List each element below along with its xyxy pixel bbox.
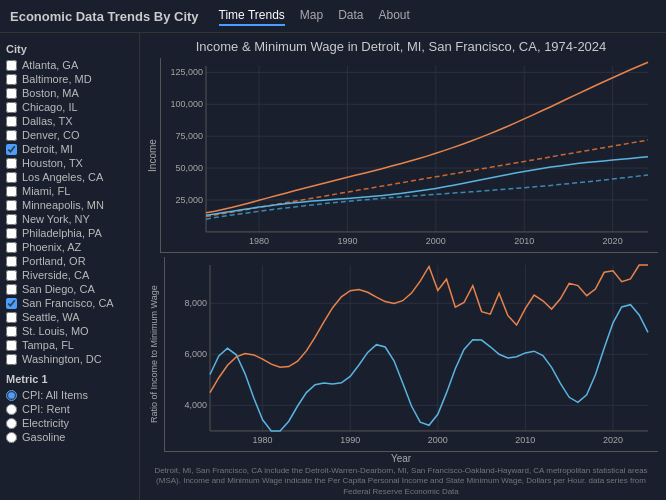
city-label-8: Los Angeles, CA [22, 171, 103, 183]
svg-text:75,000: 75,000 [175, 131, 203, 141]
svg-text:100,000: 100,000 [170, 99, 203, 109]
city-item-5[interactable]: Denver, CO [6, 129, 133, 141]
metric-item-0[interactable]: CPI: All Items [6, 389, 133, 401]
city-checkbox-14[interactable] [6, 256, 17, 267]
metric-item-3[interactable]: Gasoline [6, 431, 133, 443]
chart-footnote: Detroit, MI, San Francisco, CA include t… [144, 466, 658, 497]
city-item-19[interactable]: St. Louis, MO [6, 325, 133, 337]
svg-text:2020: 2020 [603, 236, 623, 246]
city-item-8[interactable]: Los Angeles, CA [6, 171, 133, 183]
metric-radio-3[interactable] [6, 432, 17, 443]
app-header: Economic Data Trends By City Time Trends… [0, 0, 666, 33]
city-item-6[interactable]: Detroit, MI [6, 143, 133, 155]
city-checkbox-18[interactable] [6, 312, 17, 323]
metric-item-2[interactable]: Electricity [6, 417, 133, 429]
metric-item-1[interactable]: CPI: Rent [6, 403, 133, 415]
city-checkbox-11[interactable] [6, 214, 17, 225]
svg-text:2020: 2020 [603, 435, 623, 445]
city-item-15[interactable]: Riverside, CA [6, 269, 133, 281]
city-checkbox-21[interactable] [6, 354, 17, 365]
city-list: Atlanta, GABaltimore, MDBoston, MAChicag… [6, 59, 133, 365]
city-checkbox-2[interactable] [6, 88, 17, 99]
svg-text:125,000: 125,000 [170, 67, 203, 77]
metric-list: CPI: All ItemsCPI: RentElectricityGasoli… [6, 389, 133, 443]
city-item-4[interactable]: Dallas, TX [6, 115, 133, 127]
svg-text:8,000: 8,000 [184, 298, 207, 308]
svg-text:1980: 1980 [249, 236, 269, 246]
city-label-2: Boston, MA [22, 87, 79, 99]
city-item-11[interactable]: New York, NY [6, 213, 133, 225]
city-label-16: San Diego, CA [22, 283, 95, 295]
city-checkbox-15[interactable] [6, 270, 17, 281]
city-item-1[interactable]: Baltimore, MD [6, 73, 133, 85]
city-label-10: Minneapolis, MN [22, 199, 104, 211]
city-checkbox-19[interactable] [6, 326, 17, 337]
svg-text:1990: 1990 [337, 236, 357, 246]
city-checkbox-0[interactable] [6, 60, 17, 71]
city-label-3: Chicago, IL [22, 101, 78, 113]
city-label-4: Dallas, TX [22, 115, 73, 127]
city-checkbox-4[interactable] [6, 116, 17, 127]
nav-data[interactable]: Data [338, 6, 363, 26]
city-label-11: New York, NY [22, 213, 90, 225]
metric-label-2: Electricity [22, 417, 69, 429]
ratio-chart-wrapper: Ratio of Income to Minimum Wage 19801990… [144, 257, 658, 452]
chart-area: Income & Minimum Wage in Detroit, MI, Sa… [140, 33, 666, 500]
city-item-12[interactable]: Philadelphia, PA [6, 227, 133, 239]
svg-text:1990: 1990 [340, 435, 360, 445]
city-checkbox-7[interactable] [6, 158, 17, 169]
city-item-0[interactable]: Atlanta, GA [6, 59, 133, 71]
city-label-0: Atlanta, GA [22, 59, 78, 71]
metric-radio-2[interactable] [6, 418, 17, 429]
x-axis-label: Year [144, 453, 658, 464]
city-item-18[interactable]: Seattle, WA [6, 311, 133, 323]
city-label-19: St. Louis, MO [22, 325, 89, 337]
metric-radio-0[interactable] [6, 390, 17, 401]
city-checkbox-17[interactable] [6, 298, 17, 309]
city-item-10[interactable]: Minneapolis, MN [6, 199, 133, 211]
income-y-label: Income [144, 58, 160, 253]
city-checkbox-9[interactable] [6, 186, 17, 197]
city-checkbox-12[interactable] [6, 228, 17, 239]
svg-text:2010: 2010 [514, 236, 534, 246]
city-item-17[interactable]: San Francisco, CA [6, 297, 133, 309]
city-checkbox-8[interactable] [6, 172, 17, 183]
sidebar: City Atlanta, GABaltimore, MDBoston, MAC… [0, 33, 140, 500]
city-label-5: Denver, CO [22, 129, 79, 141]
svg-text:4,000: 4,000 [184, 400, 207, 410]
city-checkbox-13[interactable] [6, 242, 17, 253]
main-nav: Time Trends Map Data About [219, 6, 410, 26]
city-item-16[interactable]: San Diego, CA [6, 283, 133, 295]
city-item-20[interactable]: Tampa, FL [6, 339, 133, 351]
city-section-label: City [6, 43, 133, 55]
city-label-7: Houston, TX [22, 157, 83, 169]
city-item-9[interactable]: Miami, FL [6, 185, 133, 197]
nav-map[interactable]: Map [300, 6, 323, 26]
city-checkbox-1[interactable] [6, 74, 17, 85]
city-label-14: Portland, OR [22, 255, 86, 267]
city-item-21[interactable]: Washington, DC [6, 353, 133, 365]
city-checkbox-6[interactable] [6, 144, 17, 155]
metric-label-0: CPI: All Items [22, 389, 88, 401]
city-item-7[interactable]: Houston, TX [6, 157, 133, 169]
ratio-chart: 198019902000201020204,0006,0008,000 [164, 257, 658, 452]
city-label-15: Riverside, CA [22, 269, 89, 281]
income-chart: 1980199020002010202025,00050,00075,00010… [160, 58, 658, 253]
ratio-y-label: Ratio of Income to Minimum Wage [144, 257, 164, 452]
city-item-13[interactable]: Phoenix, AZ [6, 241, 133, 253]
main-layout: City Atlanta, GABaltimore, MDBoston, MAC… [0, 33, 666, 500]
city-checkbox-10[interactable] [6, 200, 17, 211]
city-item-14[interactable]: Portland, OR [6, 255, 133, 267]
metric-section-label: Metric 1 [6, 373, 133, 385]
city-checkbox-3[interactable] [6, 102, 17, 113]
city-checkbox-20[interactable] [6, 340, 17, 351]
metric-radio-1[interactable] [6, 404, 17, 415]
nav-time-trends[interactable]: Time Trends [219, 6, 285, 26]
city-checkbox-16[interactable] [6, 284, 17, 295]
city-label-20: Tampa, FL [22, 339, 74, 351]
city-item-3[interactable]: Chicago, IL [6, 101, 133, 113]
city-item-2[interactable]: Boston, MA [6, 87, 133, 99]
city-checkbox-5[interactable] [6, 130, 17, 141]
svg-text:6,000: 6,000 [184, 349, 207, 359]
nav-about[interactable]: About [379, 6, 410, 26]
